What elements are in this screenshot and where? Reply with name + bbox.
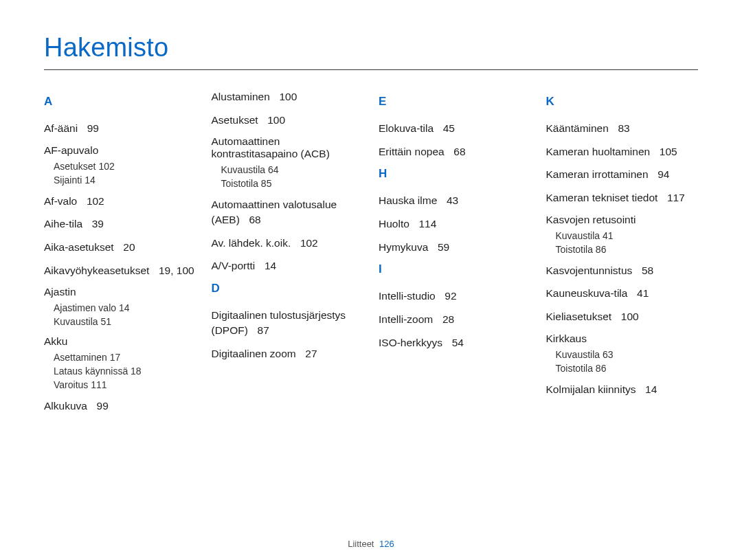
index-entry-label[interactable]: Ajastin [44,286,196,298]
index-subentry-label: Toistotila [556,244,593,255]
index-entry-label: Kasvojentunnistus [546,265,633,276]
index-entry-pages: 14 [265,260,276,271]
index-entry[interactable]: Alustaminen 100 [212,89,364,104]
index-entry[interactable]: Elokuva-tila 45 [379,121,531,136]
index-entry-label: Asetukset [212,114,258,126]
index-entry-pages: 14 [645,383,657,395]
index-subentry[interactable]: Kuvaustila 64 [221,164,364,175]
index-entry[interactable]: Af-ääni 99 [44,121,196,136]
index-entry[interactable]: Huolto 114 [379,216,531,232]
index-entry-pages: 45 [443,122,455,134]
index-entry[interactable]: Erittäin nopea 68 [379,144,531,159]
index-entry-label: Af-valo [44,195,77,207]
index-entry[interactable]: Kääntäminen 83 [546,121,699,136]
index-subentry-label: Asetukset [54,161,95,172]
index-entry-label: Aikavyöhykeasetukset [44,265,149,276]
index-subentry[interactable]: Ajastimen valo 14 [54,302,196,313]
index-entry-label: Digitaalinen zoom [212,348,296,359]
index-columns: AAf-ääni 99AF-apuvaloAsetukset 102Sijain… [44,89,698,422]
index-subentry-pages: 111 [91,379,106,390]
index-subentry[interactable]: Lataus käynnissä 18 [54,366,196,377]
index-entry-label: Kameran tekniset tiedot [546,192,658,203]
index-entry-label: Kolmijalan kiinnitys [546,383,636,395]
index-entry-pages: 99 [97,400,109,412]
index-entry[interactable]: Digitaalinen zoom 27 [212,346,364,361]
index-entry[interactable]: Kameran huoltaminen 105 [546,144,699,159]
index-subentry-pages: 64 [268,164,279,175]
index-entry-label: A/V-portti [212,260,256,271]
index-subentry-pages: 14 [85,175,95,186]
index-entry-pages: 68 [453,146,465,157]
index-entry[interactable]: Kolmijalan kiinnitys 14 [546,382,699,397]
index-subentry-pages: 86 [596,363,607,374]
index-entry-label: Aihe-tila [44,218,82,229]
index-entry[interactable]: Alkukuva 99 [44,399,196,414]
index-entry[interactable]: Aikavyöhykeasetukset 19, 100 [44,263,196,278]
index-subentry-pages: 51 [100,316,111,327]
footer-page-number: 126 [379,539,394,549]
index-entry: Kasvojen retusointiKuvaustila 41Toistoti… [546,214,699,255]
index-subentry-label: Kuvaustila [221,164,266,175]
index-subentry[interactable]: Asettaminen 17 [54,352,196,363]
section-letter: I [379,262,531,276]
index-entry-label: Huolto [379,218,409,229]
index-entry[interactable]: Intelli-zoom 28 [379,312,531,327]
index-entry-pages: 92 [445,290,456,302]
section-letter: D [212,282,364,295]
index-subentry-pages: 14 [119,302,130,313]
index-subentry-label: Ajastimen valo [54,302,116,313]
index-entry[interactable]: Asetukset 100 [212,113,364,128]
index-entry[interactable]: Kieliasetukset 100 [546,309,699,324]
index-entry[interactable]: Av. lähdek. k.oik. 102 [212,236,364,251]
index-entry[interactable]: Kauneuskuva-tila 41 [546,286,699,301]
index-subentry[interactable]: Varoitus 111 [54,379,196,390]
index-subentry[interactable]: Sijainti 14 [54,175,196,186]
index-entry-label: ISO-herkkyys [379,337,442,348]
index-entry[interactable]: Af-valo 102 [44,194,196,209]
index-entry-label: Alustaminen [212,91,270,102]
index-subentry-label: Asettaminen [54,352,107,363]
section-letter: K [546,95,699,109]
index-entry-label: Kieliasetukset [546,311,612,322]
index-entry-label: Hymykuva [379,241,428,253]
index-entry-label: Hauska ilme [379,194,437,206]
index-entry-label[interactable]: Kirkkaus [546,333,699,345]
section-letter: E [379,95,531,109]
index-entry[interactable]: Aika-asetukset 20 [44,240,196,255]
index-entry[interactable]: Aihe-tila 39 [44,216,196,232]
index-column: EElokuva-tila 45Erittäin nopea 68HHauska… [379,89,531,422]
index-subentry-label: Kuvaustila [556,230,600,241]
index-entry-label: Intelli-zoom [379,313,433,325]
index-subentry[interactable]: Toistotila 86 [556,363,699,374]
index-entry-pages: 68 [249,214,260,225]
index-subentry[interactable]: Toistotila 85 [221,178,364,189]
index-entry-label[interactable]: AF-apuvalo [44,144,196,157]
index-entry-pages: 99 [87,122,99,134]
index-subentry[interactable]: Toistotila 86 [556,244,699,255]
index-entry[interactable]: A/V-portti 14 [212,258,364,273]
index-entry[interactable]: ISO-herkkyys 54 [379,335,531,350]
index-entry-label[interactable]: Akku [44,335,196,348]
index-subentry-pages: 18 [131,366,142,377]
section-letter: A [44,95,196,109]
index-subentry[interactable]: Kuvaustila 51 [54,316,196,327]
page-footer: Liitteet 126 [0,539,742,549]
index-entry-pages: 54 [452,337,464,348]
index-entry-label[interactable]: Automaattinen kontrastitasapaino (ACB) [212,135,364,160]
index-subentry[interactable]: Kuvaustila 63 [556,349,699,360]
index-subentry[interactable]: Asetukset 102 [54,161,196,172]
index-entry[interactable]: Kasvojentunnistus 58 [546,263,699,278]
index-entry[interactable]: Digitaalinen tulostusjärjestys (DPOF) 87 [212,308,364,337]
index-entry-label[interactable]: Kasvojen retusointi [546,214,699,226]
index-entry[interactable]: Automaattinen valotusalue (AEB) 68 [212,197,364,227]
index-entry[interactable]: Kameran tekniset tiedot 117 [546,190,699,205]
index-column: KKääntäminen 83Kameran huoltaminen 105Ka… [546,89,699,422]
index-entry: AF-apuvaloAsetukset 102Sijainti 14 [44,144,196,186]
index-entry[interactable]: Hymykuva 59 [379,240,531,255]
index-entry[interactable]: Hauska ilme 43 [379,193,531,208]
index-entry[interactable]: Intelli-studio 92 [379,289,531,304]
index-entry-label: Kauneuskuva-tila [546,287,628,299]
index-entry[interactable]: Kameran irrottaminen 94 [546,167,699,182]
index-subentry[interactable]: Kuvaustila 41 [556,230,699,241]
index-entry-pages: 102 [87,195,104,207]
